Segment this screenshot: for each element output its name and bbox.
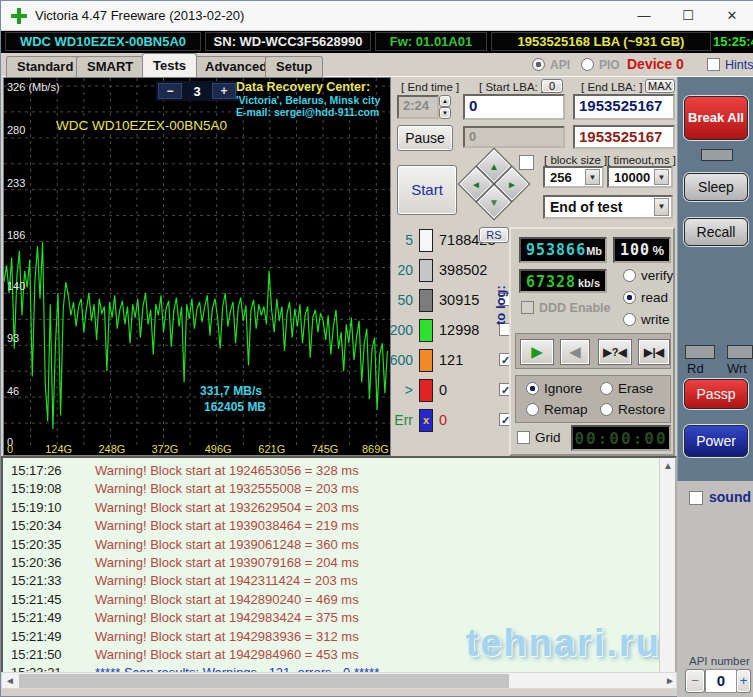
sound-checkbox[interactable]: [689, 491, 703, 505]
end-time-label: [ End time ]: [401, 81, 459, 93]
timeout-dropdown[interactable]: 10000▼: [607, 166, 673, 188]
log-timestamp: 15:20:35: [11, 537, 73, 552]
end-lba-input[interactable]: 1953525167: [573, 94, 675, 120]
graph-zoom-control: − 3 +: [156, 81, 238, 101]
dropdown-arrow-icon[interactable]: ▼: [585, 169, 600, 185]
tab-tests[interactable]: Tests: [142, 53, 197, 77]
drc-title: Data Recovery Center:: [236, 80, 390, 94]
grid-checkbox[interactable]: [517, 431, 530, 444]
x-axis-tick-label: 869G: [362, 443, 389, 455]
bucket-threshold-label: 200: [379, 322, 413, 338]
end-time-spin-buttons[interactable]: ▲ ▼: [439, 95, 451, 119]
start-lba-zero-button[interactable]: 0: [541, 79, 563, 93]
start-button[interactable]: Start: [397, 165, 457, 215]
ignore-radio[interactable]: [526, 382, 539, 395]
log-message: Warning! Block start at 1939061248 = 360…: [95, 537, 359, 552]
passp-button[interactable]: Passp: [684, 379, 748, 409]
log-line: 15:19:08Warning! Block start at 19325550…: [11, 481, 359, 496]
elapsed-timer-display: 00:00:00: [571, 425, 671, 451]
speed-bucket-row: >0✓: [391, 379, 513, 403]
graph-zoom-out-button[interactable]: −: [158, 83, 182, 99]
x-axis-tick-label: 248G: [98, 443, 125, 455]
sleep-button[interactable]: Sleep: [684, 173, 748, 201]
api-number-value[interactable]: 0: [705, 669, 737, 693]
bucket-color-swatch: [419, 229, 433, 252]
play-back-button[interactable]: ◀: [560, 339, 590, 365]
recall-button[interactable]: Recall: [684, 218, 748, 246]
current-speed-readout: 331,7 MB/s: [200, 384, 262, 398]
pio-radio[interactable]: [581, 58, 594, 71]
log-message: Warning! Block start at 1932555008 = 203…: [95, 481, 359, 496]
scroll-left-icon[interactable]: ◄: [2, 673, 18, 689]
drive-serial: SN: WD-WCC3F5628990: [205, 32, 371, 51]
bucket-threshold-label: 20: [379, 262, 413, 278]
bucket-count: 398502: [439, 262, 487, 278]
drc-email: E-mail: sergei@hdd-911.com: [236, 106, 390, 118]
end-action-dropdown[interactable]: End of test▼: [543, 195, 673, 219]
tab-setup[interactable]: Setup: [265, 56, 323, 77]
defect-action-box: Ignore Erase Remap Restore: [515, 375, 671, 423]
log-horizontal-scrollbar[interactable]: ◄ ►: [1, 672, 677, 689]
restore-radio[interactable]: [600, 403, 613, 416]
drive-model: WDC WD10EZEX-00BN5A0: [5, 32, 201, 51]
start-lba-label: [ Start LBA: ]: [479, 81, 544, 93]
api-number-plus-button[interactable]: +: [737, 669, 751, 693]
head-position-pad: ▲ ◄ ► ▼: [463, 153, 525, 217]
current-end-lba-field: 1953525167: [573, 125, 675, 149]
scrollbar-thumb[interactable]: [19, 674, 509, 688]
read-radio[interactable]: [623, 291, 636, 304]
butterfly-button[interactable]: ▶|◀: [638, 339, 670, 365]
seek-test-button[interactable]: ▶?◀: [598, 339, 632, 365]
bucket-threshold-label: 5: [379, 232, 413, 248]
start-lba-input[interactable]: 0: [463, 94, 565, 120]
remap-radio[interactable]: [526, 403, 539, 416]
log-vertical-scrollbar[interactable]: ▲ ▼: [659, 458, 675, 687]
block-size-label: [ block size ]: [544, 154, 607, 166]
erase-radio[interactable]: [600, 382, 613, 395]
log-message: Warning! Block start at 1939079168 = 204…: [95, 555, 359, 570]
hints-checkbox[interactable]: [707, 58, 720, 71]
log-timestamp: 15:21:33: [11, 573, 73, 588]
rd-led-label: Rd: [687, 361, 704, 376]
api-number-minus-button[interactable]: −: [685, 669, 705, 693]
verify-radio[interactable]: [623, 269, 636, 282]
dropdown-arrow-icon[interactable]: ▼: [654, 169, 669, 185]
speed-bucket-row: 600121✓: [391, 349, 513, 373]
log-line: 15:21:45Warning! Block start at 19428902…: [11, 592, 359, 607]
current-lba-field: 0: [463, 126, 565, 148]
play-forward-button[interactable]: ▶: [520, 339, 554, 365]
power-button[interactable]: Power: [684, 425, 748, 457]
maximize-button[interactable]: ☐: [666, 1, 710, 31]
log-message: Warning! Block start at 1932629504 = 203…: [95, 500, 359, 515]
log-line: 15:19:10Warning! Block start at 19326295…: [11, 500, 359, 515]
max-lba-button[interactable]: MAX: [645, 79, 675, 93]
minimize-button[interactable]: —: [622, 1, 666, 31]
mb-counter-display: 953866 Mb: [519, 237, 607, 263]
graph-zoom-in-button[interactable]: +: [212, 83, 236, 99]
x-axis-tick-label: 124G: [45, 443, 72, 455]
end-time-spinner[interactable]: 2:24: [397, 95, 439, 119]
to-log-label: to log:: [493, 249, 508, 325]
write-radio[interactable]: [623, 313, 636, 326]
pad-option-checkbox[interactable]: [519, 155, 534, 170]
log-message: Warning! Block start at 1939038464 = 219…: [95, 518, 359, 533]
x-axis-tick-label: 621G: [258, 443, 285, 455]
rs-button[interactable]: RS: [479, 227, 509, 243]
block-size-dropdown[interactable]: 256▼: [543, 166, 604, 188]
api-radio[interactable]: [532, 58, 545, 71]
device-label: Device 0: [627, 56, 684, 72]
scroll-up-icon[interactable]: ▲: [660, 458, 676, 474]
tab-smart[interactable]: SMART: [76, 56, 144, 77]
scan-speed-trace: [4, 242, 387, 429]
victoria-app-window: Victoria 4.47 Freeware (2013-02-20) — ☐ …: [0, 0, 753, 697]
break-all-button[interactable]: Break All: [684, 96, 748, 140]
percent-display: 100 %: [613, 237, 671, 263]
log-line: 15:21:49Warning! Block start at 19429839…: [11, 629, 359, 644]
tab-standard[interactable]: Standard: [6, 56, 84, 77]
pause-button[interactable]: Pause: [397, 125, 453, 151]
close-button[interactable]: ✕: [710, 1, 753, 31]
ddd-enable-checkbox[interactable]: [521, 301, 534, 314]
dropdown-arrow-icon[interactable]: ▼: [654, 198, 669, 216]
scroll-right-icon[interactable]: ►: [662, 673, 678, 689]
y-axis-tick-label: 140: [7, 280, 25, 292]
